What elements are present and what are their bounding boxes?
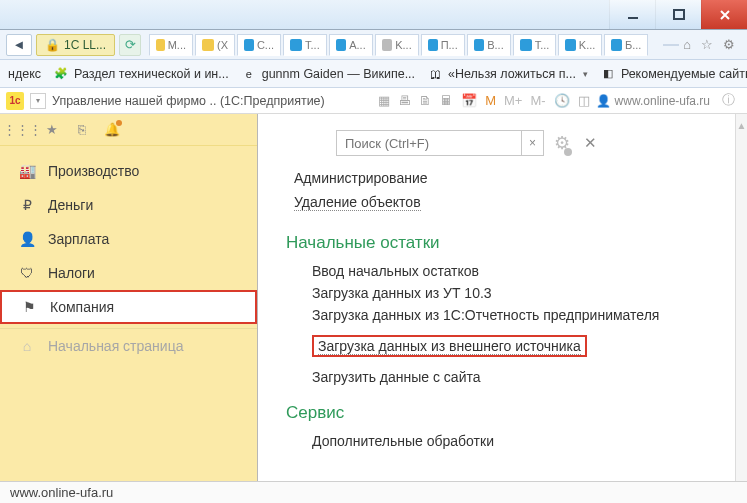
group-header-initial: Начальные остатки: [286, 233, 717, 253]
content-link[interactable]: Удаление объектов: [294, 194, 421, 211]
content-settings-icon[interactable]: ⚙: [554, 132, 570, 154]
content-area: × ⚙ ✕ АдминистрированиеУдаление объектов…: [258, 114, 747, 481]
toolbar-grid-icon[interactable]: ▦: [378, 93, 390, 108]
group-links-service: Дополнительные обработки: [312, 433, 717, 449]
person-icon: 👤: [18, 231, 36, 247]
sidebar-item-factory[interactable]: 🏭Производство: [0, 154, 257, 188]
tab-favicon-icon: [336, 39, 346, 51]
browser-tab[interactable]: П...: [421, 34, 465, 56]
browser-tab[interactable]: Б...: [604, 34, 648, 56]
tab-label: Б...: [625, 39, 641, 51]
browser-tab[interactable]: M...: [149, 34, 193, 56]
bookmark-item[interactable]: 🕮«Нельзя ложиться п...: [427, 66, 588, 82]
sidebar-item-person[interactable]: 👤Зарплата: [0, 222, 257, 256]
tab-favicon-icon: [474, 39, 484, 51]
content-link[interactable]: Загрузить данные с сайта: [312, 369, 717, 385]
sidebar-copy-icon[interactable]: ⎘: [74, 122, 90, 138]
sidebar-bell-icon[interactable]: 🔔: [104, 122, 120, 138]
sidebar: ⋮⋮⋮ ★ ⎘ 🔔 🏭Производство₽Деньги👤Зарплата🛡…: [0, 114, 258, 481]
tab-label: B...: [487, 39, 504, 51]
sidebar-apps-icon[interactable]: ⋮⋮⋮: [14, 122, 30, 138]
toolbar-calendar-icon[interactable]: 📅: [461, 93, 477, 108]
content-link[interactable]: Загрузка данных из внешнего источника: [312, 335, 587, 357]
sidebar-item-home[interactable]: ⌂Начальная страница: [0, 328, 257, 362]
content-link[interactable]: Дополнительные обработки: [312, 433, 717, 449]
browser-tab[interactable]: C...: [237, 34, 281, 56]
browser-tab[interactable]: (X: [195, 34, 235, 56]
search-clear-button[interactable]: ×: [521, 131, 543, 155]
ruble-icon: ₽: [18, 197, 36, 213]
tab-favicon-icon: [290, 39, 302, 51]
content-link[interactable]: Ввод начальных остатков: [312, 263, 717, 279]
browser-tab[interactable]: K...: [558, 34, 602, 56]
tab-favicon-icon: [156, 39, 165, 51]
star-icon[interactable]: ☆: [701, 37, 713, 52]
toolbar-calc-icon[interactable]: 🖩: [440, 93, 453, 108]
browser-tab[interactable]: K...: [375, 34, 419, 56]
toolbar-info-icon[interactable]: ⓘ: [716, 92, 741, 109]
browser-tab[interactable]: T...: [283, 34, 327, 56]
sidebar-items: 🏭Производство₽Деньги👤Зарплата🛡Налоги⚑Ком…: [0, 146, 257, 362]
tab-label: C...: [257, 39, 274, 51]
browser-back-button[interactable]: ◄: [6, 34, 32, 56]
toolbar-mplus-button[interactable]: M+: [504, 93, 522, 108]
content-link[interactable]: Администрирование: [294, 170, 717, 186]
svg-rect-1: [674, 10, 684, 19]
bookmark-label: gunnm Gaiden — Википе...: [262, 67, 415, 81]
app-title: Управление нашей фирмо .. (1С:Предприяти…: [52, 94, 325, 108]
toolbar-print-icon[interactable]: 🖶: [398, 93, 411, 108]
tab-label: A...: [349, 39, 366, 51]
user-icon: 👤: [596, 94, 611, 108]
sidebar-item-shield[interactable]: 🛡Налоги: [0, 256, 257, 290]
toolbar-user[interactable]: 👤 www.online-ufa.ru: [596, 94, 710, 108]
sidebar-item-label: Зарплата: [48, 231, 109, 247]
browser-newtab-button[interactable]: [663, 44, 679, 46]
toolbar-username: www.online-ufa.ru: [615, 94, 710, 108]
browser-tab[interactable]: B...: [467, 34, 511, 56]
search-input[interactable]: [337, 131, 521, 155]
browser-reload-button[interactable]: ⟳: [119, 34, 141, 56]
window-close-button[interactable]: [701, 0, 747, 29]
bookmark-item[interactable]: egunnm Gaiden — Википе...: [241, 66, 415, 82]
content-link[interactable]: Загрузка данных из 1С:Отчетность предпри…: [312, 307, 717, 323]
content-link-label: Загрузка данных из внешнего источника: [318, 338, 581, 355]
tab-favicon-icon: [202, 39, 214, 51]
tab-favicon-icon: [244, 39, 254, 51]
sidebar-fav-icon[interactable]: ★: [44, 122, 60, 138]
browser-right-controls: ⌂ ☆ ⚙: [683, 37, 741, 52]
toolbar-doc-icon[interactable]: 🗎: [419, 93, 432, 108]
browser-tab[interactable]: T...: [513, 34, 557, 56]
bookmark-item[interactable]: 🧩Раздел технической и ин...: [53, 66, 229, 82]
bookmark-icon: ◧: [600, 66, 616, 82]
flag-icon: ⚑: [20, 299, 38, 315]
sidebar-item-label: Производство: [48, 163, 139, 179]
top-links: АдминистрированиеУдаление объектов: [294, 170, 717, 215]
bookmark-item[interactable]: ндекс: [8, 67, 41, 81]
browser-tab[interactable]: A...: [329, 34, 373, 56]
browser-url-chip[interactable]: 🔒 1C LL...: [36, 34, 115, 56]
sidebar-header: ⋮⋮⋮ ★ ⎘ 🔔: [0, 114, 257, 146]
content-close-button[interactable]: ✕: [584, 134, 597, 152]
app-toolbar: 1c ▾ Управление нашей фирмо .. (1С:Предп…: [0, 88, 747, 114]
home-icon[interactable]: ⌂: [683, 37, 691, 52]
search-row: × ⚙ ✕: [336, 130, 717, 156]
main-area: ⋮⋮⋮ ★ ⎘ 🔔 🏭Производство₽Деньги👤Зарплата🛡…: [0, 114, 747, 481]
toolbar-clock-icon[interactable]: 🕓: [554, 93, 570, 108]
shield-icon: 🛡: [18, 265, 36, 281]
gear-icon[interactable]: ⚙: [723, 37, 735, 52]
tab-favicon-icon: [565, 39, 575, 51]
window-minimize-button[interactable]: [609, 0, 655, 29]
toolbar-mminus-button[interactable]: M-: [530, 93, 545, 108]
scrollbar[interactable]: ▲: [735, 114, 747, 481]
sidebar-item-flag[interactable]: ⚑Компания: [0, 290, 257, 324]
toolbar-panel-icon[interactable]: ◫: [578, 93, 590, 108]
bookmark-item[interactable]: ◧Рекомендуемые сайты: [600, 66, 747, 82]
tab-favicon-icon: [382, 39, 392, 51]
app-menu-dropdown[interactable]: ▾: [30, 93, 46, 109]
search-box: ×: [336, 130, 544, 156]
content-link[interactable]: Загрузка данных из УТ 10.3: [312, 285, 717, 301]
sidebar-item-ruble[interactable]: ₽Деньги: [0, 188, 257, 222]
toolbar-m-button[interactable]: M: [485, 93, 496, 108]
window-maximize-button[interactable]: [655, 0, 701, 29]
browser-tabstrip: M...(XC...T...A...K...П...B...T...K...Б.…: [149, 34, 659, 56]
